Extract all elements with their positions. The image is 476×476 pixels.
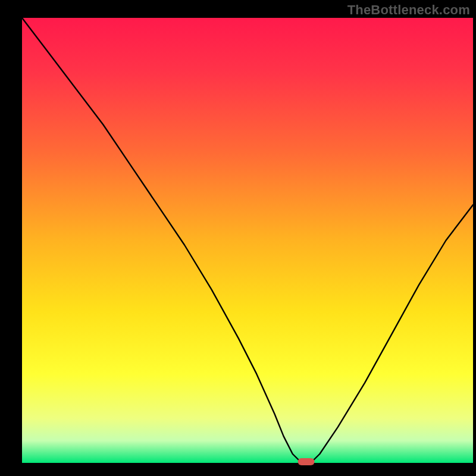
chart-frame: { "watermark": "TheBottleneck.com", "cha…	[0, 0, 476, 476]
optimal-marker	[298, 458, 315, 465]
plot-background	[22, 18, 473, 463]
bottleneck-chart	[0, 0, 476, 476]
